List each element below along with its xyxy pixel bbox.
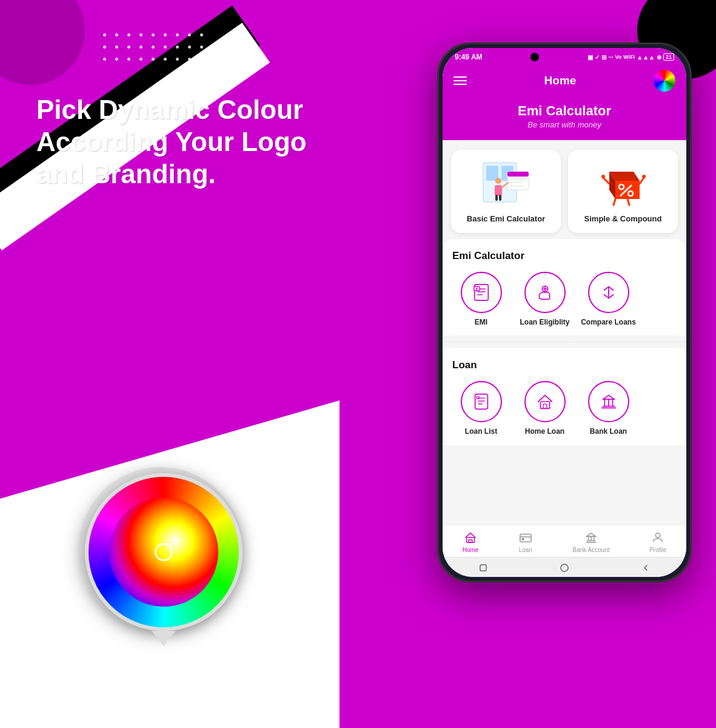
svg-rect-9 <box>495 185 502 196</box>
android-nav-bar <box>443 557 686 577</box>
scroll-content: Basic Emi Calculator <box>443 140 686 525</box>
svg-point-63 <box>655 533 660 538</box>
emi-calculator-section: Emi Calculator <box>443 239 686 336</box>
profile-nav-label: Profile <box>649 547 666 553</box>
phone-screen: 9:49 AM ▣ ✓ ⊞ ··· Vo WiFi ▲▲▲ ⊕ 21 <box>443 48 686 577</box>
home-nav-icon <box>463 530 478 545</box>
home-nav-label: Home <box>463 547 479 553</box>
bottom-nav: Home Loan <box>443 525 686 557</box>
bank-nav-label: Bank Account <box>572 547 609 553</box>
nav-home[interactable]: Home <box>463 530 479 553</box>
emi-icon-grid: EMI <box>452 272 677 328</box>
compare-loans-icon <box>598 282 619 303</box>
loan-section: Loan <box>443 348 686 445</box>
svg-line-20 <box>640 178 644 184</box>
header-title: Home <box>544 74 577 87</box>
color-wheel-selector <box>155 543 173 561</box>
loan-eligibility-item[interactable]: Loan Eligiblity <box>516 272 574 328</box>
loan-nav-label: Loan <box>519 547 532 553</box>
android-circle-btn[interactable] <box>559 562 570 573</box>
emi-item[interactable]: EMI <box>452 272 510 328</box>
phone-container: 9:49 AM ▣ ✓ ⊞ ··· Vo WiFi ▲▲▲ ⊕ 21 <box>437 42 698 698</box>
status-time: 9:49 AM <box>455 53 483 61</box>
basic-emi-card[interactable]: Basic Emi Calculator <box>451 150 561 233</box>
hero-section: Emi Calculator Be smart with money <box>443 100 686 140</box>
loan-eligibility-icon-circle <box>524 272 566 313</box>
svg-line-46 <box>609 396 614 400</box>
nav-bank-account[interactable]: Bank Account <box>572 530 609 553</box>
svg-point-23 <box>601 175 605 178</box>
loan-eligibility-icon <box>535 282 555 303</box>
loan-section-title: Loan <box>452 359 677 371</box>
svg-rect-54 <box>520 534 531 542</box>
bank-loan-icon <box>598 391 619 412</box>
bank-loan-icon-circle <box>588 381 629 422</box>
svg-rect-64 <box>480 565 486 571</box>
svg-rect-43 <box>543 404 547 409</box>
emi-icon <box>471 282 492 303</box>
compare-loans-item[interactable]: Compare Loans <box>580 272 637 328</box>
bank-loan-item[interactable]: Bank Loan <box>580 381 637 437</box>
svg-rect-11 <box>499 195 501 201</box>
compare-loans-icon-circle <box>588 272 629 313</box>
top-cards-row: Basic Emi Calculator <box>443 140 686 239</box>
loan-list-item[interactable]: Loan List <box>452 381 510 437</box>
svg-line-45 <box>603 396 608 400</box>
simple-compound-image <box>597 160 649 208</box>
nav-loan[interactable]: Loan <box>518 530 533 553</box>
profile-nav-icon <box>651 530 665 545</box>
bg-decoration-top-left <box>0 0 85 85</box>
headline-text: Pick Dynamic Colour According Your Logo … <box>36 94 333 190</box>
hamburger-menu-icon[interactable] <box>453 76 467 85</box>
header-avatar[interactable] <box>654 70 675 92</box>
svg-rect-4 <box>507 172 529 177</box>
color-wheel-circle <box>85 473 243 631</box>
emi-section-title: Emi Calculator <box>452 250 677 262</box>
loan-list-icon <box>471 391 492 412</box>
loan-list-label: Loan List <box>465 427 497 437</box>
section-divider <box>443 342 686 342</box>
svg-line-22 <box>627 199 629 205</box>
svg-rect-10 <box>495 195 498 201</box>
home-loan-label: Home Loan <box>525 427 564 437</box>
emi-label: EMI <box>475 318 487 328</box>
status-icons: ▣ ✓ ⊞ ··· Vo WiFi ▲▲▲ ⊕ 21 <box>587 53 674 61</box>
color-wheel-container <box>79 467 249 649</box>
simple-compound-label: Simple & Compound <box>584 214 662 224</box>
app-header: Home <box>443 64 686 100</box>
nav-profile[interactable]: Profile <box>649 530 666 553</box>
home-loan-icon-circle <box>524 381 566 422</box>
android-back-btn[interactable] <box>640 562 651 573</box>
dots-decoration <box>103 33 207 65</box>
compound-cube-svg <box>600 160 646 208</box>
loan-list-icon-circle <box>461 381 502 422</box>
svg-point-56 <box>522 538 524 540</box>
bank-loan-label: Bank Loan <box>590 427 627 437</box>
app-title: Emi Calculator <box>449 103 680 119</box>
camera-notch <box>530 53 539 61</box>
svg-rect-41 <box>477 397 479 399</box>
home-loan-icon <box>535 391 555 412</box>
bubble-tail <box>152 631 176 646</box>
emi-person-svg <box>480 160 532 208</box>
status-bar: 9:49 AM ▣ ✓ ⊞ ··· Vo WiFi ▲▲▲ ⊕ 21 <box>443 48 686 64</box>
svg-point-8 <box>495 178 501 184</box>
home-loan-item[interactable]: Home Loan <box>516 381 574 437</box>
svg-line-21 <box>614 199 615 205</box>
svg-rect-53 <box>469 540 472 543</box>
color-wheel-bubble <box>79 467 249 637</box>
basic-emi-image <box>480 160 532 208</box>
android-square-btn[interactable] <box>478 562 489 573</box>
phone-frame: 9:49 AM ▣ ✓ ⊞ ··· Vo WiFi ▲▲▲ ⊕ 21 <box>437 42 692 582</box>
loan-eligibility-label: Loan Eligiblity <box>520 318 569 328</box>
compare-loans-label: Compare Loans <box>581 318 636 328</box>
simple-compound-card[interactable]: Simple & Compound <box>568 150 678 233</box>
bank-nav-icon <box>584 530 598 545</box>
loan-nav-icon <box>518 530 533 545</box>
svg-point-24 <box>642 175 646 178</box>
emi-icon-circle <box>461 272 502 313</box>
svg-line-19 <box>603 178 609 184</box>
basic-emi-label: Basic Emi Calculator <box>467 214 545 224</box>
app-subtitle: Be smart with money <box>449 120 680 129</box>
svg-rect-42 <box>540 402 549 408</box>
